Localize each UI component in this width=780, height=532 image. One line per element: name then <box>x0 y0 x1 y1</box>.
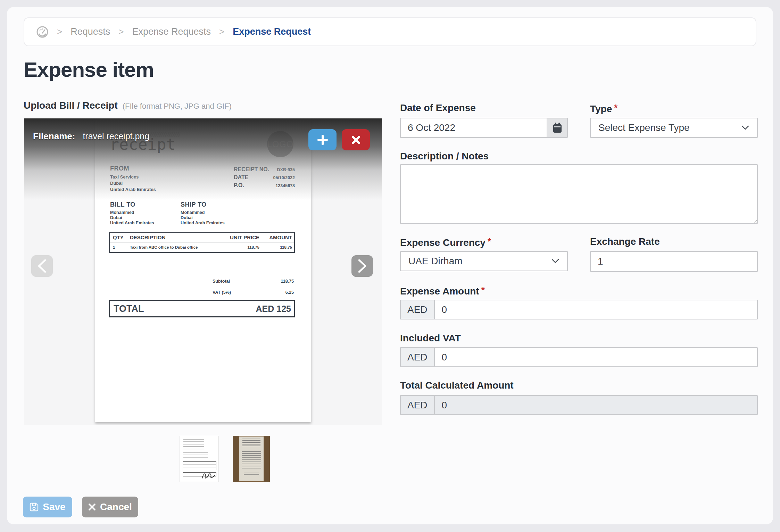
required-mark: * <box>488 236 491 247</box>
expense-amount-label: Expense Amount* <box>400 285 485 297</box>
receipt-po-value: 12345678 <box>275 183 295 188</box>
thumbnail-text-lines <box>242 439 260 446</box>
receipt-shipto-block: SHIP TO Mohammed Dubai United Arab Emira… <box>181 201 225 225</box>
chevron-right-icon <box>356 259 368 273</box>
thumbnail-text-lines <box>183 439 204 449</box>
breadcrumb: > Requests > Expense Requests > Expense … <box>24 17 756 46</box>
breadcrumb-expense-requests[interactable]: Expense Requests <box>132 26 211 37</box>
save-icon <box>30 502 39 512</box>
breadcrumb-separator: > <box>118 26 124 37</box>
receipt-from-line: Taxi Services <box>110 174 156 180</box>
date-of-expense-group <box>400 118 568 138</box>
thumbnail-paper <box>239 437 264 481</box>
chevron-down-icon <box>741 125 749 131</box>
filename-value: travel receipt.png <box>83 131 149 141</box>
total-calculated-amount-input <box>434 395 758 415</box>
add-image-button[interactable] <box>308 129 337 150</box>
receipt-billto-label: BILL TO <box>110 201 154 208</box>
breadcrumb-separator: > <box>219 26 224 37</box>
receipt-item-unitprice: 118.75 <box>219 245 259 249</box>
expense-currency-select[interactable]: UAE Dirham <box>400 251 568 271</box>
filename-row: Filename: travel receipt.png <box>33 131 149 142</box>
chevron-left-icon <box>36 259 48 273</box>
receipt-col-amount: AMOUNT <box>259 234 294 240</box>
receipt-summary: Subtotal118.75 VAT (5%)6.25 <box>109 279 295 301</box>
receipt-from-label: FROM <box>110 165 156 172</box>
receipt-vat-label: VAT (5%) <box>213 290 254 295</box>
type-label: Type* <box>590 102 617 115</box>
cancel-button[interactable]: Cancel <box>82 497 138 517</box>
receipt-shipto-line: Mohammed <box>181 210 225 215</box>
receipt-total-label: TOTAL <box>114 304 144 314</box>
calendar-icon <box>552 122 563 133</box>
thumbnail-gas-receipt[interactable] <box>233 436 270 482</box>
breadcrumb-current: Expense Request <box>233 26 311 37</box>
thumbnail-text-lines <box>242 451 261 468</box>
save-button-label: Save <box>43 501 65 513</box>
date-of-expense-label: Date of Expense <box>400 102 476 114</box>
date-of-expense-input[interactable] <box>400 118 547 138</box>
total-amount-currency-addon: AED <box>400 395 434 415</box>
receipt-vat-value: 6.25 <box>254 290 295 295</box>
receipt-meta-block: RECEIPT NO.DXB-935 DATE05/10/2022 P.O.12… <box>234 166 295 190</box>
receipt-subtotal-label: Subtotal <box>213 279 254 284</box>
receipt-total-value: AED 125 <box>256 304 291 314</box>
receipt-col-qty: QTY <box>110 234 130 240</box>
receipt-no-label: RECEIPT NO. <box>234 166 269 173</box>
total-calculated-amount-group: AED <box>400 395 758 415</box>
upload-format-hint: (FIle format PNG, JPG and GIF) <box>123 102 232 111</box>
receipt-shipto-label: SHIP TO <box>181 201 225 208</box>
cancel-button-label: Cancel <box>100 501 132 513</box>
thumbnail-table <box>183 461 216 470</box>
included-vat-label: Included VAT <box>400 333 461 344</box>
remove-image-button[interactable] <box>342 129 370 150</box>
receipt-billto-line: Mohammed <box>110 210 154 215</box>
upload-label: Upload Bill / Receipt <box>24 100 118 111</box>
receipt-billto-line: United Arab Emirates <box>110 221 154 225</box>
receipt-date-value: 05/10/2022 <box>273 175 295 180</box>
previous-image-button[interactable] <box>31 255 53 277</box>
receipt-total-box: TOTAL AED 125 <box>109 300 295 317</box>
exchange-rate-label: Exchange Rate <box>590 236 660 247</box>
receipt-subtotal-value: 118.75 <box>254 279 295 284</box>
expense-amount-input[interactable] <box>434 300 758 319</box>
save-button[interactable]: Save <box>23 497 72 517</box>
receipt-col-unitprice: UNIT PRICE <box>219 234 259 240</box>
date-picker-button[interactable] <box>547 118 568 138</box>
included-vat-currency-addon: AED <box>400 347 434 367</box>
receipt-col-description: DESCRIPTION <box>130 234 219 240</box>
dashboard-icon[interactable] <box>36 26 49 38</box>
page-title: Expense item <box>24 58 154 82</box>
required-mark: * <box>481 285 485 295</box>
receipt-from-block: FROM Taxi Services Dubai United Arab Emi… <box>110 165 156 192</box>
receipt-item-description: Taxi from ABC office to Dubai office <box>130 245 219 249</box>
thumbnail-text-lines <box>183 452 208 458</box>
description-label: Description / Notes <box>400 151 489 162</box>
exchange-rate-input[interactable] <box>590 251 758 272</box>
type-select-value: Select Expense Type <box>598 122 690 133</box>
receipt-billto-block: BILL TO Mohammed Dubai United Arab Emira… <box>110 201 154 225</box>
receipt-from-line: Dubai <box>110 181 156 186</box>
included-vat-input[interactable] <box>434 347 758 367</box>
upload-header: Upload Bill / Receipt (FIle format PNG, … <box>24 100 232 111</box>
receipt-no-value: DXB-935 <box>277 167 295 172</box>
filename-label: Filename: <box>33 131 75 142</box>
thumbnail-invoice-receipt[interactable] <box>180 436 219 482</box>
receipt-preview: receipt LOGO FROM Taxi Services Dubai Un… <box>24 118 382 425</box>
type-select[interactable]: Select Expense Type <box>590 118 758 138</box>
breadcrumb-requests[interactable]: Requests <box>70 26 110 37</box>
expense-amount-group: AED <box>400 300 758 319</box>
signature-squiggle <box>201 471 216 480</box>
plus-icon <box>317 134 329 146</box>
breadcrumb-separator: > <box>57 26 62 37</box>
chevron-down-icon <box>551 258 559 264</box>
close-icon <box>88 503 96 511</box>
description-textarea[interactable] <box>400 164 758 224</box>
included-vat-group: AED <box>400 347 758 367</box>
receipt-image: receipt LOGO FROM Taxi Services Dubai Un… <box>95 118 311 422</box>
required-mark: * <box>614 102 617 113</box>
receipt-item-qty: 1 <box>110 245 130 249</box>
total-calculated-amount-label: Total Calculated Amount <box>400 380 514 391</box>
receipt-from-line: United Arab Emirates <box>110 187 156 192</box>
next-image-button[interactable] <box>351 255 373 277</box>
